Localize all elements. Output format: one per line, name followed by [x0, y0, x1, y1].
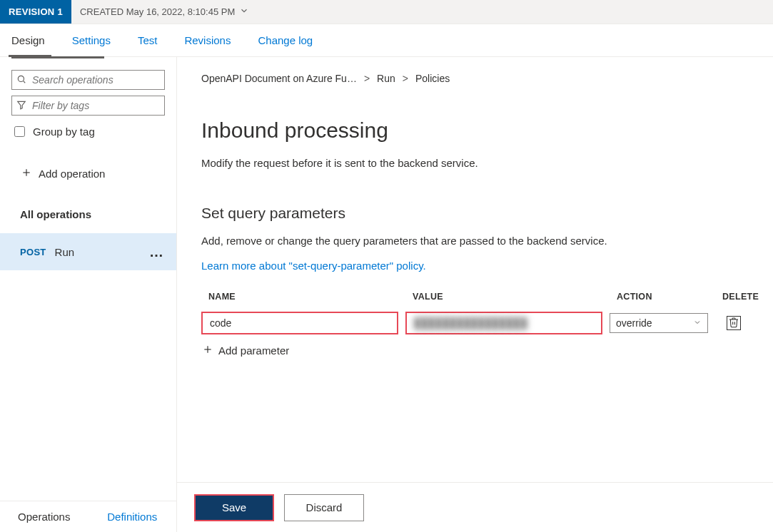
revision-meta[interactable]: CREATED May 16, 2022, 8:10:45 PM [71, 6, 258, 18]
trash-icon [728, 317, 739, 330]
col-action: ACTION [617, 292, 715, 302]
revision-badge: REVISION 1 [0, 0, 71, 24]
all-operations-header[interactable]: All operations [0, 201, 176, 233]
breadcrumb-api[interactable]: OpenAPI Document on Azure Fu… [201, 73, 357, 84]
param-action-select[interactable]: override [610, 313, 708, 333]
col-value: VALUE [413, 292, 610, 302]
tab-design[interactable]: Design [11, 24, 45, 56]
tab-settings[interactable]: Settings [72, 24, 111, 56]
delete-button[interactable] [727, 316, 741, 330]
param-name-input[interactable]: code [201, 312, 398, 334]
operation-method-badge: POST [20, 247, 46, 257]
save-button[interactable]: Save [194, 494, 274, 521]
search-operations-field[interactable] [11, 70, 165, 90]
group-by-tag-checkbox[interactable] [14, 126, 25, 137]
revision-created-text: CREATED May 16, 2022, 8:10:45 PM [80, 6, 235, 17]
page-title: Inbound processing [201, 118, 759, 143]
section-description: Add, remove or change the query paramete… [201, 235, 759, 247]
svg-point-0 [18, 76, 24, 81]
col-name: NAME [208, 292, 405, 302]
revision-bar: REVISION 1 CREATED May 16, 2022, 8:10:45… [0, 0, 773, 24]
page-description: Modify the request before it is sent to … [201, 157, 759, 169]
add-operation-label: Add operation [39, 168, 105, 180]
group-by-tag-label: Group by tag [33, 126, 95, 138]
sidebar: Group by tag Add operation All operation… [0, 57, 177, 532]
filter-input[interactable] [31, 99, 160, 112]
tab-test[interactable]: Test [138, 24, 158, 56]
add-parameter-label: Add parameter [218, 344, 289, 357]
plus-icon [21, 168, 31, 180]
chevron-down-icon [239, 6, 249, 18]
svg-marker-2 [18, 101, 26, 109]
section-title: Set query parameters [201, 205, 759, 222]
search-icon [16, 74, 26, 86]
svg-line-1 [24, 81, 26, 83]
breadcrumb-sep-1: > [364, 73, 370, 84]
tab-bar: Design Settings Test Revisions Change lo… [0, 24, 773, 57]
bottom-tab-operations[interactable]: Operations [0, 501, 89, 532]
col-delete: DELETE [722, 292, 759, 302]
operation-more-icon[interactable]: … [149, 244, 165, 260]
operation-name: Run [55, 246, 75, 258]
breadcrumb: OpenAPI Document on Azure Fu… > Run > Po… [201, 73, 759, 84]
group-by-tag[interactable]: Group by tag [11, 124, 165, 139]
sidebar-bottom-tabs: Operations Definitions [0, 501, 176, 532]
param-delete-cell [715, 316, 752, 330]
learn-more-link[interactable]: Learn more about "set-query-parameter" p… [201, 260, 426, 272]
add-operation-button[interactable]: Add operation [0, 146, 176, 201]
breadcrumb-sep-2: > [403, 73, 408, 84]
main-panel: OpenAPI Document on Azure Fu… > Run > Po… [177, 57, 773, 532]
plus-icon [203, 344, 213, 357]
breadcrumb-op[interactable]: Run [377, 73, 395, 84]
operation-item-run[interactable]: POST Run … [0, 233, 176, 270]
filter-tags-field[interactable] [11, 96, 165, 116]
chevron-down-icon [693, 317, 702, 329]
search-input[interactable] [31, 73, 160, 86]
tab-revisions[interactable]: Revisions [184, 24, 231, 56]
query-param-row: code ████████████████ override [201, 312, 759, 334]
breadcrumb-policies: Policies [415, 73, 450, 84]
query-params-header: NAME VALUE ACTION DELETE [201, 292, 759, 302]
param-action-value: override [616, 317, 652, 329]
bottom-tab-underline [11, 56, 104, 58]
discard-button[interactable]: Discard [284, 494, 364, 521]
bottom-tab-definitions[interactable]: Definitions [89, 501, 177, 532]
footer-actions: Save Discard [177, 482, 773, 532]
param-value-input[interactable]: ████████████████ [405, 312, 602, 334]
add-parameter-button[interactable]: Add parameter [201, 344, 759, 357]
filter-icon [16, 100, 26, 112]
tab-changelog[interactable]: Change log [258, 24, 313, 56]
